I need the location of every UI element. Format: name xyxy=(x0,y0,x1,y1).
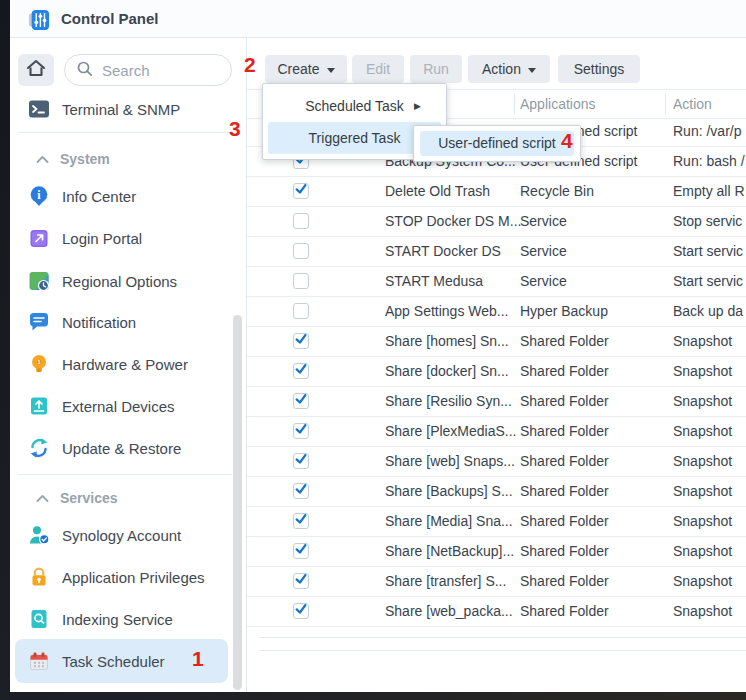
button-label: Settings xyxy=(574,61,625,77)
action-cell: Snapshot xyxy=(673,387,746,416)
info-center-icon: i xyxy=(28,185,50,207)
column-separator xyxy=(665,94,666,114)
table-row[interactable]: START Docker DSServiceStart servic xyxy=(247,237,746,267)
search-input[interactable] xyxy=(100,61,220,80)
sidebar-section-services[interactable]: Services xyxy=(36,487,118,509)
create-submenu: User-defined script xyxy=(413,125,581,162)
sidebar-item-update-restore[interactable]: Update & Restore xyxy=(28,435,181,461)
enabled-checkbox-checked[interactable] xyxy=(293,573,309,589)
sidebar-item-terminal-snmp[interactable]: Terminal & SNMP xyxy=(28,96,180,122)
enabled-checkbox-checked[interactable] xyxy=(293,363,309,379)
sidebar-item-label: Login Portal xyxy=(62,230,142,247)
action-button[interactable]: Action xyxy=(468,55,550,83)
enabled-checkbox-unchecked[interactable] xyxy=(293,303,309,319)
table-row[interactable]: Share [Media] Sna...Shared FolderSnapsho… xyxy=(247,507,746,537)
sidebar-item-indexing-service[interactable]: Indexing Service xyxy=(28,606,173,632)
sidebar-item-label: Terminal & SNMP xyxy=(62,101,180,118)
app-body: Terminal & SNMPSystemiInfo CenterLogin P… xyxy=(10,38,746,692)
button-label: Create xyxy=(277,61,319,77)
titlebar: Control Panel xyxy=(10,0,746,38)
table-row[interactable]: Share [NetBackup]...Shared FolderSnapsho… xyxy=(247,537,746,567)
action-cell: Back up da xyxy=(673,297,746,326)
run-button[interactable]: Run xyxy=(410,55,462,83)
check-icon xyxy=(294,572,308,590)
update-restore-icon xyxy=(28,437,50,459)
enabled-checkbox-checked[interactable] xyxy=(293,483,309,499)
settings-button[interactable]: Settings xyxy=(558,55,640,83)
sidebar-item-label: Notification xyxy=(62,314,136,331)
sidebar-section-system[interactable]: System xyxy=(36,148,110,170)
enabled-checkbox-unchecked[interactable] xyxy=(293,273,309,289)
search-box[interactable] xyxy=(64,54,232,86)
table-row[interactable]: Share [docker] Sn...Shared FolderSnapsho… xyxy=(247,357,746,387)
action-cell: Run: bash / xyxy=(673,147,746,176)
table-row[interactable]: Share [web] Snaps...Shared FolderSnapsho… xyxy=(247,447,746,477)
table-row[interactable]: Share [web_packa...Shared FolderSnapshot xyxy=(247,597,746,627)
create-button[interactable]: Create xyxy=(265,55,347,83)
sidebar-item-external-devices[interactable]: External Devices xyxy=(28,393,175,419)
action-cell: Stop servic xyxy=(673,207,746,236)
submenu-item-user-defined-script[interactable]: User-defined script xyxy=(420,131,574,156)
enabled-checkbox-checked[interactable] xyxy=(293,543,309,559)
action-cell: Snapshot xyxy=(673,357,746,386)
enabled-checkbox-unchecked[interactable] xyxy=(293,243,309,259)
table-row[interactable]: Share [Backups] S...Shared FolderSnapsho… xyxy=(247,477,746,507)
sidebar-item-synology-account[interactable]: Synology Account xyxy=(28,522,181,548)
table-row[interactable]: Share [PlexMediaS...Shared FolderSnapsho… xyxy=(247,417,746,447)
login-portal-icon xyxy=(28,227,50,249)
table-row[interactable]: STOP Docker DS M...ServiceStop servic xyxy=(247,207,746,237)
sidebar-item-hardware-power[interactable]: 1Hardware & Power xyxy=(28,351,188,377)
sidebar-item-label: External Devices xyxy=(62,398,175,415)
sidebar-scrollbar-thumb[interactable] xyxy=(233,315,242,690)
chevron-up-icon xyxy=(36,489,49,507)
sidebar-item-notification[interactable]: Notification xyxy=(28,309,136,335)
enabled-checkbox-checked[interactable] xyxy=(293,513,309,529)
sidebar-section-label: Services xyxy=(60,490,118,506)
terminal-icon xyxy=(28,98,50,120)
sidebar-item-label: Application Privileges xyxy=(62,569,205,586)
external-devices-icon xyxy=(28,395,50,417)
sidebar-item-regional-options[interactable]: Regional Options xyxy=(28,268,177,294)
annotation-step-4: 4 xyxy=(561,130,573,152)
action-cell: Snapshot xyxy=(673,327,746,356)
table-row[interactable]: START MedusaServiceStart servic xyxy=(247,267,746,297)
sidebar-item-label: Regional Options xyxy=(62,273,177,290)
home-icon xyxy=(25,57,47,83)
column-header-action[interactable]: Action xyxy=(673,90,712,118)
home-button[interactable] xyxy=(18,54,54,86)
sidebar-item-application-privileges[interactable]: Application Privileges xyxy=(28,564,205,590)
check-icon xyxy=(294,422,308,440)
table-row[interactable]: Share [transfer] S...Shared FolderSnapsh… xyxy=(247,567,746,597)
enabled-checkbox-checked[interactable] xyxy=(293,603,309,619)
check-icon xyxy=(294,332,308,350)
table-row[interactable]: Delete Old TrashRecycle BinEmpty all R xyxy=(247,177,746,207)
action-cell: Snapshot xyxy=(673,567,746,596)
edit-button[interactable]: Edit xyxy=(352,55,404,83)
action-cell: Snapshot xyxy=(673,477,746,506)
enabled-checkbox-checked[interactable] xyxy=(293,333,309,349)
enabled-checkbox-unchecked[interactable] xyxy=(293,213,309,229)
sidebar-section-label: System xyxy=(60,151,110,167)
table-row[interactable]: Share [homes] Sn...Shared FolderSnapshot xyxy=(247,327,746,357)
sidebar-item-login-portal[interactable]: Login Portal xyxy=(28,225,142,251)
hardware-power-icon: 1 xyxy=(28,353,50,375)
svg-text:1: 1 xyxy=(37,359,40,365)
action-cell: Start servic xyxy=(673,237,746,266)
menu-item-scheduled-task[interactable]: Scheduled Task▶ xyxy=(268,90,441,122)
check-icon xyxy=(294,452,308,470)
annotation-step-3: 3 xyxy=(229,118,241,140)
table-row[interactable]: App Settings Web...Hyper BackupBack up d… xyxy=(247,297,746,327)
table-row[interactable]: Share [Resilio Syn...Shared FolderSnapsh… xyxy=(247,387,746,417)
enabled-checkbox-checked[interactable] xyxy=(293,423,309,439)
sidebar-item-label: Task Scheduler xyxy=(62,653,165,670)
enabled-checkbox-checked[interactable] xyxy=(293,453,309,469)
control-panel-window: Control Panel Terminal & SNMPSystemiInfo… xyxy=(10,0,746,692)
enabled-checkbox-checked[interactable] xyxy=(293,393,309,409)
enabled-checkbox-checked[interactable] xyxy=(293,183,309,199)
annotation-step-1: 1 xyxy=(192,648,204,670)
annotation-step-2: 2 xyxy=(244,54,256,76)
action-cell: Empty all R xyxy=(673,177,746,206)
sidebar-top-bar xyxy=(18,54,232,86)
sidebar-item-info-center[interactable]: iInfo Center xyxy=(28,183,136,209)
column-header-applications[interactable]: Applications xyxy=(520,90,596,118)
